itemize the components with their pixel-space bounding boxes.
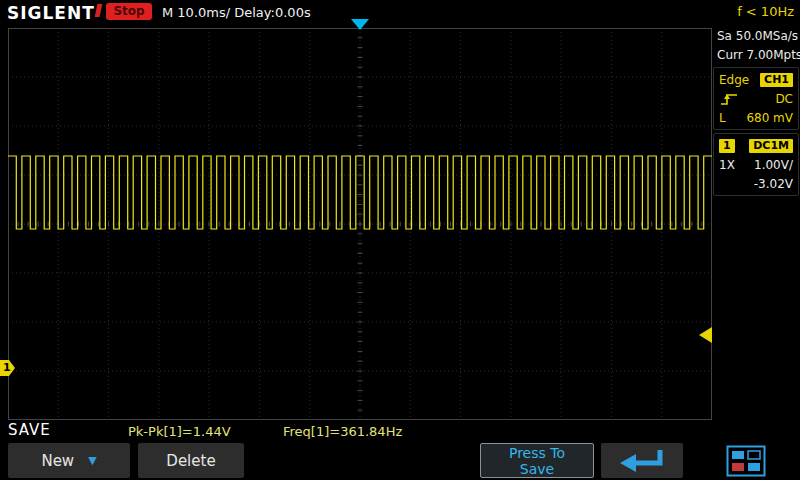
menu-title: SAVE	[8, 421, 51, 439]
run-state-badge[interactable]: Stop	[106, 3, 152, 20]
chevron-down-icon: ▼	[88, 454, 96, 467]
hardware-freq-counter: f < 10Hz	[737, 4, 794, 19]
press-to-save-button[interactable]: Press To Save	[480, 443, 594, 478]
channel-offset-readout: -3.02V	[754, 177, 793, 191]
measurement-row: SAVE Pk-Pk[1]=1.44V Freq[1]=361.84Hz	[0, 420, 800, 442]
bottom-menu: New ▼ Delete Press To Save	[0, 442, 800, 480]
trigger-source-badge: CH1	[760, 73, 793, 87]
save-button-line1: Press To	[509, 445, 565, 461]
top-status-bar: SIGLENT Stop M 10.0ms/ Delay:0.00s f < 1…	[0, 0, 800, 26]
save-button-line2: Save	[520, 461, 554, 477]
trigger-level-value: 680 mV	[746, 111, 793, 125]
channel1-info-box[interactable]: 1 DC1M 1X 1.00V/ -3.02V	[713, 133, 799, 196]
trigger-coupling-label: DC	[775, 92, 793, 106]
delete-button-label: Delete	[166, 452, 215, 470]
trigger-level-marker[interactable]	[699, 327, 712, 343]
delete-button[interactable]: Delete	[138, 443, 244, 478]
return-button[interactable]	[601, 443, 683, 478]
volts-per-div-readout: 1.00V/	[754, 158, 793, 172]
new-button[interactable]: New ▼	[8, 443, 130, 478]
sample-rate-readout: Sa 50.0MSa/s	[712, 26, 800, 45]
trigger-info-box[interactable]: Edge CH1 DC L 680 mV	[713, 67, 799, 130]
rising-edge-icon	[719, 91, 739, 107]
memory-depth-readout: Curr 7.00Mpts	[712, 45, 800, 64]
return-arrow-icon	[614, 446, 670, 476]
right-panel: Sa 50.0MSa/s Curr 7.00Mpts Edge CH1 DC L	[712, 26, 800, 420]
oscilloscope-screen: SIGLENT Stop M 10.0ms/ Delay:0.00s f < 1…	[0, 0, 800, 480]
trigger-position-marker[interactable]	[351, 19, 369, 30]
screen-grid-icon[interactable]	[726, 445, 766, 477]
trigger-level-label: L	[719, 111, 726, 125]
timebase-readout[interactable]: M 10.0ms/ Delay:0.00s	[162, 5, 311, 20]
trigger-type-label: Edge	[719, 73, 749, 87]
channel-number-badge: 1	[719, 139, 735, 153]
brand-logo: SIGLENT	[7, 3, 95, 23]
freq-measurement: Freq[1]=361.84Hz	[283, 424, 402, 439]
pkpk-measurement: Pk-Pk[1]=1.44V	[128, 424, 231, 439]
probe-attenuation-label: 1X	[719, 158, 735, 172]
new-button-label: New	[41, 452, 74, 470]
graticule	[8, 28, 712, 420]
brand-red-mark	[95, 4, 103, 17]
waveform-display	[8, 28, 712, 420]
channel-coupling-badge: DC1M	[749, 139, 793, 153]
